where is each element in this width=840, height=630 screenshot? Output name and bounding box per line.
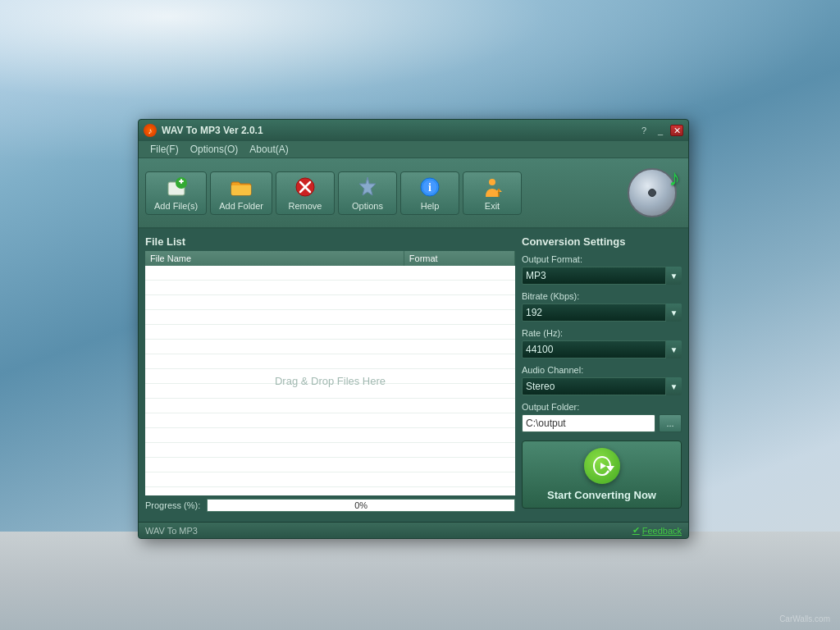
feedback-label[interactable]: Feedback — [642, 526, 682, 536]
file-list-title: File List — [145, 235, 515, 248]
add-folder-label: Add Folder — [219, 201, 263, 211]
toolbar: Add File(s) Add Folder Remove — [139, 158, 688, 229]
title-bar-controls: ? _ ✕ — [637, 125, 683, 136]
rate-label: Rate (Hz): — [522, 328, 682, 338]
svg-point-11 — [489, 179, 495, 185]
audio-channel-select[interactable]: Stereo Mono Joint Stereo — [522, 377, 682, 395]
help-label: Help — [421, 201, 440, 211]
main-content: File List File Name Format Drag & Drop F… — [139, 229, 688, 522]
svg-marker-7 — [359, 177, 376, 195]
rate-select[interactable]: 22050 44100 48000 — [522, 340, 682, 358]
minimize-button[interactable]: _ — [654, 125, 667, 136]
add-files-button[interactable]: Add File(s) — [145, 171, 207, 215]
music-note-icon: ♪ — [669, 165, 680, 191]
watermark: CarWalls.com — [779, 614, 830, 623]
progress-bar-container: 0% — [207, 499, 515, 512]
cd-center — [648, 189, 656, 197]
close-button[interactable]: ✕ — [670, 125, 683, 136]
options-label: Options — [352, 201, 383, 211]
app-icon: ♪ — [144, 124, 157, 137]
feedback-checkmark-icon: ✔ — [632, 525, 640, 536]
folder-row: ... — [522, 414, 682, 432]
convert-icon — [584, 448, 620, 484]
output-format-group: Output Format: MP3 WMA OGG AAC FLAC WAV … — [522, 254, 682, 285]
feedback-link[interactable]: ✔ Feedback — [632, 525, 682, 536]
output-folder-label: Output Folder: — [522, 402, 682, 412]
window-title: WAV To MP3 Ver 2.0.1 — [162, 125, 263, 136]
menu-options[interactable]: Options(O) — [185, 143, 244, 156]
settings-section: Conversion Settings Output Format: MP3 W… — [522, 235, 682, 515]
app-window: ♪ WAV To MP3 Ver 2.0.1 ? _ ✕ File(F) Opt… — [138, 119, 689, 539]
progress-row: Progress (%): 0% — [145, 495, 515, 515]
menu-file[interactable]: File(F) — [145, 143, 184, 156]
svg-rect-3 — [180, 179, 182, 184]
add-folder-button[interactable]: Add Folder — [210, 171, 272, 215]
bitrate-group: Bitrate (Kbps): 64 128 192 256 320 ▼ — [522, 291, 682, 322]
output-format-select[interactable]: MP3 WMA OGG AAC FLAC WAV — [522, 267, 682, 285]
table-header-row: File Name Format — [145, 251, 515, 266]
options-button[interactable]: Options — [338, 171, 397, 215]
file-table-body[interactable]: Drag & Drop Files Here — [145, 266, 515, 495]
menu-about[interactable]: About(A) — [244, 143, 293, 156]
svg-text:i: i — [428, 181, 431, 194]
column-header-format: Format — [404, 251, 514, 266]
file-lines-bg — [145, 266, 515, 495]
options-icon — [356, 176, 379, 199]
remove-label: Remove — [289, 201, 322, 211]
convert-button-label: Start Converting Now — [547, 489, 656, 501]
rate-group: Rate (Hz): 22050 44100 48000 ▼ — [522, 328, 682, 358]
cd-music-icon: ♪ — [623, 163, 682, 222]
rate-wrapper: 22050 44100 48000 ▼ — [522, 340, 682, 358]
convert-button[interactable]: Start Converting Now — [522, 441, 682, 509]
status-left-text: WAV To MP3 — [145, 526, 198, 536]
exit-button[interactable]: Exit — [463, 171, 522, 215]
audio-channel-wrapper: Stereo Mono Joint Stereo ▼ — [522, 377, 682, 395]
output-folder-group: Output Folder: ... — [522, 402, 682, 432]
svg-marker-13 — [600, 463, 606, 469]
title-bar: ♪ WAV To MP3 Ver 2.0.1 ? _ ✕ — [139, 120, 688, 141]
file-table: File Name Format — [145, 251, 515, 266]
add-files-icon — [165, 176, 188, 199]
add-folder-icon — [230, 176, 253, 199]
exit-label: Exit — [485, 201, 500, 211]
bitrate-label: Bitrate (Kbps): — [522, 291, 682, 301]
audio-channel-label: Audio Channel: — [522, 365, 682, 375]
ground — [0, 532, 840, 630]
bitrate-wrapper: 64 128 192 256 320 ▼ — [522, 304, 682, 322]
audio-channel-group: Audio Channel: Stereo Mono Joint Stereo … — [522, 365, 682, 395]
remove-button[interactable]: Remove — [276, 171, 335, 215]
column-header-filename: File Name — [145, 251, 404, 266]
add-files-label: Add File(s) — [154, 201, 198, 211]
title-bar-left: ♪ WAV To MP3 Ver 2.0.1 — [144, 124, 263, 137]
status-bar: WAV To MP3 ✔ Feedback — [139, 522, 688, 538]
file-list-section: File List File Name Format Drag & Drop F… — [145, 235, 515, 515]
menu-bar: File(F) Options(O) About(A) — [139, 141, 688, 158]
settings-title: Conversion Settings — [522, 235, 682, 248]
help-icon: i — [418, 176, 441, 199]
output-format-label: Output Format: — [522, 254, 682, 264]
output-format-wrapper: MP3 WMA OGG AAC FLAC WAV ▼ — [522, 267, 682, 285]
progress-text: 0% — [354, 500, 368, 510]
exit-icon — [481, 176, 504, 199]
browse-button[interactable]: ... — [659, 414, 682, 432]
help-toolbar-button[interactable]: i Help — [400, 171, 459, 215]
help-button[interactable]: ? — [637, 125, 651, 136]
output-folder-input[interactable] — [522, 414, 655, 432]
remove-icon — [294, 176, 317, 199]
bitrate-select[interactable]: 64 128 192 256 320 — [522, 304, 682, 322]
progress-label: Progress (%): — [145, 500, 200, 510]
